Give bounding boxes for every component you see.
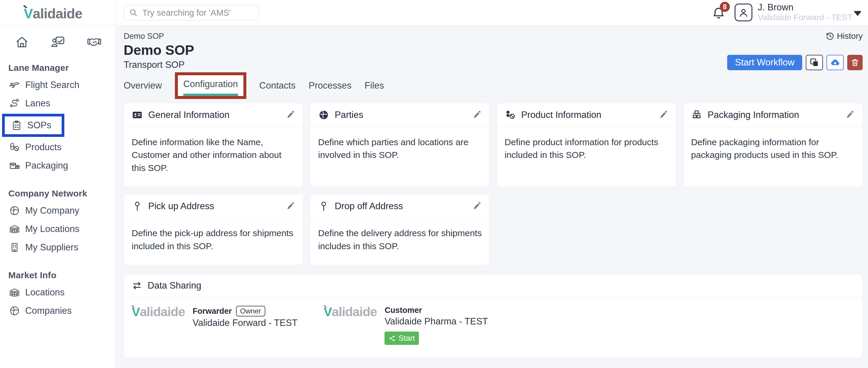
swap-arrows-icon: [132, 280, 142, 291]
validaide-logo: Validaide: [132, 305, 185, 344]
sidebar-item-label: My Company: [25, 205, 80, 216]
share-party-info: Forwarder Owner Validaide Forward - TEST: [193, 306, 298, 345]
notifications-button[interactable]: 8: [711, 5, 732, 23]
copy-icon: [809, 58, 819, 68]
sidebar-item-label: Locations: [25, 287, 65, 298]
sidebar-item-my-company[interactable]: My Company: [0, 201, 115, 220]
tab-contacts[interactable]: Contacts: [259, 80, 296, 91]
card-description: Define which parties and locations are i…: [310, 127, 490, 174]
person-activity-icon[interactable]: [51, 35, 65, 49]
delete-button[interactable]: [847, 55, 863, 70]
sidebar-section-lane-manager: Lane Manager: [8, 63, 115, 73]
share-party-info: Customer Validaide Pharma - TEST Start: [384, 306, 488, 345]
edit-icon[interactable]: [285, 201, 295, 211]
card-description: Define packaging information for packagi…: [683, 127, 862, 174]
edit-icon[interactable]: [285, 110, 295, 120]
card-title: Product Information: [521, 110, 601, 120]
handshake-icon[interactable]: [87, 35, 101, 49]
duplicate-button[interactable]: [806, 55, 823, 70]
card-description: Define the delivery address for shipment…: [310, 219, 490, 265]
breadcrumb[interactable]: Demo SOP: [124, 32, 164, 41]
global-search[interactable]: [124, 5, 259, 21]
route-icon: [9, 98, 20, 109]
tab-overview[interactable]: Overview: [124, 80, 162, 91]
sidebar-item-label: Companies: [25, 305, 72, 316]
edit-icon[interactable]: [472, 201, 482, 211]
sidebar-item-sops[interactable]: SOPs: [5, 116, 62, 134]
notification-badge: 8: [720, 2, 730, 12]
history-link[interactable]: History: [826, 31, 863, 41]
globe-icon: [9, 205, 20, 216]
card-dropoff-address: Drop off Address Define the delivery add…: [310, 194, 490, 265]
page-title: Demo SOP: [124, 43, 194, 58]
edit-icon[interactable]: [472, 110, 482, 120]
warehouse-icon: [9, 287, 20, 298]
sidebar-item-my-suppliers[interactable]: My Suppliers: [0, 238, 115, 257]
header-actions: Start Workflow: [727, 55, 863, 70]
validaide-logo: Validaide: [324, 305, 377, 344]
history-icon: [826, 32, 835, 41]
user-icon: [737, 6, 750, 19]
share-party-customer: Validaide Customer Validaide Pharma - TE…: [324, 306, 488, 345]
sidebar-item-locations[interactable]: Locations: [0, 283, 115, 302]
topbar: Validaide 8 J. Brown Validaide Forward -…: [0, 0, 868, 26]
chevron-down-icon[interactable]: [853, 9, 862, 17]
sidebar-item-label: My Locations: [25, 224, 80, 234]
clipboard-icon: [11, 120, 22, 131]
card-general-information: General Information Define information l…: [124, 103, 303, 187]
user-menu[interactable]: J. Brown Validaide Forward - TEST: [758, 2, 852, 22]
sidebar-quick-icons: [0, 35, 115, 49]
sidebar-item-packaging[interactable]: Packaging: [0, 157, 115, 175]
card-parties: Parties Define which parties and locatio…: [310, 103, 490, 187]
card-title: Pick up Address: [148, 201, 214, 211]
tab-processes[interactable]: Processes: [309, 80, 351, 91]
sidebar-item-my-locations[interactable]: My Locations: [0, 220, 115, 238]
card-description: Define the pick-up address for shipments…: [124, 219, 303, 265]
tab-configuration[interactable]: Configuration: [183, 79, 238, 96]
search-input[interactable]: [142, 8, 254, 18]
history-label: History: [837, 31, 863, 41]
user-company: Validaide Forward - TEST: [758, 13, 852, 22]
configuration-cards: General Information Define information l…: [124, 103, 863, 266]
card-title: General Information: [148, 110, 229, 120]
stacked-boxes-icon: [691, 109, 702, 121]
party-role: Forwarder: [193, 307, 232, 316]
sidebar: Lane Manager Flight Search Lanes SOPs Pr…: [0, 26, 116, 368]
sidebar-item-products[interactable]: Products: [0, 138, 115, 157]
sidebar-item-label: SOPs: [27, 120, 51, 131]
start-workflow-button[interactable]: Start Workflow: [727, 55, 802, 70]
map-pin-icon: [132, 201, 143, 212]
id-card-icon: [132, 109, 143, 121]
card-description: Define information like the Name, Custom…: [124, 127, 303, 187]
tab-bar: Overview Configuration Contacts Processe…: [124, 71, 863, 100]
sidebar-item-label: Packaging: [25, 160, 68, 171]
logo-v: V: [24, 5, 33, 22]
sidebar-item-companies[interactable]: Companies: [0, 302, 115, 320]
sidebar-section-market-info: Market Info: [8, 270, 115, 280]
page-subtitle: Transport SOP: [124, 60, 194, 70]
edit-icon[interactable]: [658, 110, 668, 120]
card-title: Packaging Information: [708, 110, 799, 120]
building-icon: [9, 242, 20, 253]
sidebar-item-label: Flight Search: [25, 80, 80, 90]
tab-files[interactable]: Files: [365, 80, 384, 91]
card-description: Define product information for products …: [497, 127, 676, 174]
validaide-logo: Validaide: [24, 5, 82, 22]
share-icon: [389, 335, 396, 342]
sidebar-item-flight-search[interactable]: Flight Search: [0, 76, 115, 94]
trash-icon: [850, 58, 859, 67]
avatar[interactable]: [735, 4, 752, 21]
user-name: J. Brown: [758, 2, 852, 13]
sidebar-item-lanes[interactable]: Lanes: [0, 94, 115, 112]
title-block: Demo SOP Transport SOP: [124, 43, 194, 70]
share-start-button[interactable]: Start: [384, 332, 419, 345]
download-button[interactable]: [827, 55, 844, 70]
globe-filled-icon: [318, 109, 329, 121]
edit-icon[interactable]: [844, 110, 855, 120]
active-tab-underline: [183, 94, 238, 96]
data-sharing-title: Data Sharing: [148, 280, 201, 291]
home-icon[interactable]: [15, 35, 29, 49]
pill-icon: [504, 109, 516, 121]
card-packaging-information: Packaging Information Define packaging i…: [683, 103, 863, 187]
globe-icon: [9, 305, 20, 316]
